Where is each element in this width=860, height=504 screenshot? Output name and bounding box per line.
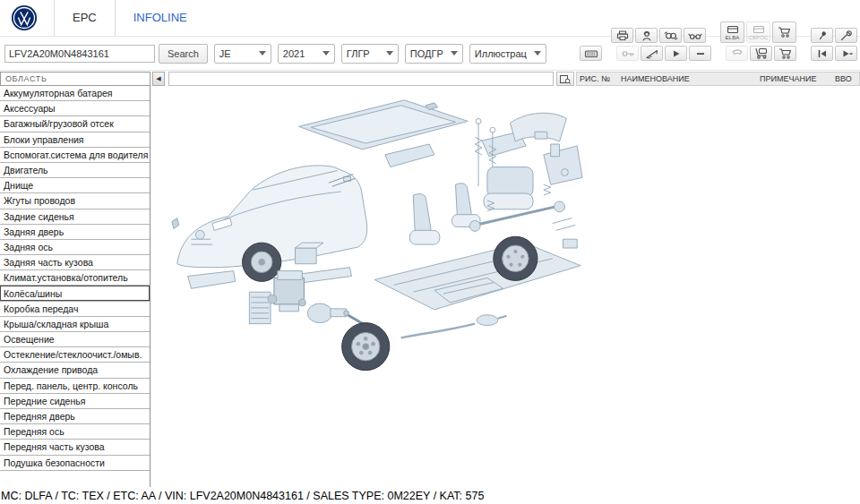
dropdown-illustration[interactable]: Иллюстрац (469, 44, 546, 64)
sidebar-item[interactable]: Задняя ось (0, 240, 150, 255)
sidebar-item[interactable]: Передняя ось (0, 424, 150, 440)
sidebar-item-label: Крыша/складная крыша (4, 319, 108, 329)
sidebar-item-label: Освещение (4, 334, 55, 345)
sidebar-area-list: Аккумуляторная батарея Аксессуары Багажн… (0, 86, 150, 487)
sidebar-item-label: Перед. панель, центр. консоль (4, 380, 138, 391)
sidebar-item[interactable]: Колёса/шины (0, 286, 150, 301)
chevron-down-icon (534, 51, 541, 56)
dropdown-illustration-value: Иллюстрац (475, 48, 527, 59)
sidebar-item-label: Остекление/стеклоочист./омыв. (4, 349, 142, 360)
column-figure-number: РИС. № (580, 74, 621, 83)
vw-logo-icon (11, 4, 38, 31)
sidebar-item[interactable]: Аксессуары (0, 101, 150, 116)
exchange-button[interactable] (659, 28, 682, 43)
illustration-canvas (150, 86, 860, 487)
elba-card-icon (726, 25, 740, 35)
sidebar-collapse-button[interactable]: ◀ (152, 72, 165, 86)
icon-row-2 (580, 46, 857, 61)
caliper-icon (645, 48, 659, 59)
reset-card-label: СБРОС (748, 35, 768, 40)
panel-header: ОБЛАСТЬ ◀ РИС. № НАИМЕНОВАНИЕ ПРИМЕЧАНИЕ… (0, 71, 860, 86)
cart-export-button[interactable] (772, 21, 796, 43)
sidebar-item-label: Аккумуляторная батарея (4, 88, 113, 98)
area-header: ОБЛАСТЬ (0, 72, 150, 86)
icon-row-1: ELBA СБРОС (611, 21, 857, 43)
illustration-view-button[interactable] (556, 72, 574, 86)
sidebar-item[interactable]: Климат.установка/отопитель (0, 270, 150, 286)
group-path-field[interactable] (168, 72, 554, 86)
reset-card-icon (752, 25, 766, 35)
dropdown-year[interactable]: 2021 (278, 44, 335, 64)
sidebar-item[interactable]: Передние сиденья (0, 394, 150, 409)
phone-icon (730, 48, 744, 59)
dropdown-model[interactable]: JE (214, 44, 271, 64)
sidebar-item[interactable]: Остекление/стеклоочист./омыв. (0, 347, 150, 363)
sidebar-item[interactable]: Освещение (0, 332, 150, 347)
sidebar-item-label: Вспомогат.система для водителя (4, 149, 148, 160)
content-area: Аккумуляторная батарея Аксессуары Багажн… (0, 86, 860, 487)
sidebar-item[interactable]: Крыша/складная крыша (0, 317, 150, 332)
sidebar-item-label: Задняя часть кузова (4, 257, 93, 268)
elba-button[interactable]: ELBA (720, 21, 744, 43)
caliper-button[interactable] (641, 46, 663, 61)
cart-button[interactable] (774, 46, 796, 61)
key-button[interactable] (616, 46, 639, 61)
search-button[interactable]: Search (159, 44, 208, 64)
keyboard-button[interactable] (580, 46, 602, 61)
sidebar-item[interactable]: Багажный/грузовой отсек (0, 116, 150, 132)
sidebar-item-label: Передняя часть кузова (4, 441, 105, 452)
tab-infoline[interactable]: INFOLINE (116, 0, 205, 36)
dropdown-model-value: JE (219, 48, 231, 59)
cart-export-icon (778, 26, 792, 38)
dropdown-subgroup[interactable]: ПОДГР (405, 44, 463, 64)
sidebar-item[interactable]: Коробка передач (0, 302, 150, 317)
glasses-button[interactable] (684, 28, 706, 43)
icon-toolbar: ELBA СБРОС (580, 21, 857, 61)
sidebar-item[interactable]: Двигатель (0, 163, 150, 178)
skip-first-button[interactable] (811, 46, 833, 61)
sidebar-item[interactable]: Вспомогат.система для водителя (0, 148, 150, 163)
sidebar-item[interactable]: Подушка безопасности (0, 456, 150, 471)
dropdown-subgroup-value: ПОДГР (410, 48, 443, 59)
sidebar-item[interactable]: Днище (0, 178, 150, 193)
sidebar-item[interactable]: Задние сиденья (0, 209, 150, 225)
parts-table-header: РИС. № НАИМЕНОВАНИЕ ПРИМЕЧАНИЕ ВВО (576, 72, 860, 86)
chevron-down-icon (259, 51, 266, 56)
trolley-button[interactable] (750, 46, 772, 61)
key-icon (621, 48, 635, 59)
tab-epc[interactable]: EPC (54, 0, 116, 36)
status-bar: MC: DLFA / TC: TEX / ETC: AA / VIN: LFV2… (0, 487, 860, 504)
dropdown-main-group[interactable]: ГЛГР (341, 44, 399, 64)
support-headset-icon (640, 30, 654, 41)
vin-input[interactable] (4, 45, 155, 63)
sidebar-item-label: Блоки управления (4, 134, 84, 145)
sidebar-item-label: Охлаждение привода (4, 364, 98, 375)
sidebar-item[interactable]: Передняя часть кузова (0, 440, 150, 455)
wrench-button[interactable] (835, 28, 857, 43)
minus-icon (693, 48, 708, 59)
sidebar-item[interactable]: Блоки управления (0, 132, 150, 148)
print-button[interactable] (611, 28, 633, 43)
support-button[interactable] (635, 28, 658, 43)
play-button[interactable] (665, 46, 687, 61)
sidebar-item[interactable]: Перед. панель, центр. консоль (0, 379, 150, 394)
pin-button[interactable] (811, 28, 833, 43)
car-exploded-view-illustration (165, 91, 588, 408)
next-button[interactable] (835, 46, 857, 61)
pin-icon (815, 30, 830, 41)
sidebar-item[interactable]: Аккумуляторная батарея (0, 86, 150, 101)
sidebar-item-label: Аксессуары (4, 103, 56, 114)
phone-button[interactable] (726, 46, 748, 61)
minus-button[interactable] (689, 46, 711, 61)
chevron-down-icon (322, 51, 330, 56)
elba-card-label: ELBA (725, 35, 739, 40)
sidebar-item[interactable]: Охлаждение привода (0, 363, 150, 378)
sidebar-item[interactable]: Жгуты проводов (0, 193, 150, 209)
sidebar-item[interactable]: Задняя часть кузова (0, 255, 150, 270)
keyboard-icon (584, 48, 598, 59)
column-note: ПРИМЕЧАНИЕ (760, 74, 835, 83)
sidebar-item-label: Задняя дверь (4, 226, 64, 237)
sidebar-item[interactable]: Передняя дверь (0, 409, 150, 424)
sidebar-item[interactable]: Задняя дверь (0, 225, 150, 240)
reset-card-button[interactable]: СБРОС (746, 21, 770, 43)
